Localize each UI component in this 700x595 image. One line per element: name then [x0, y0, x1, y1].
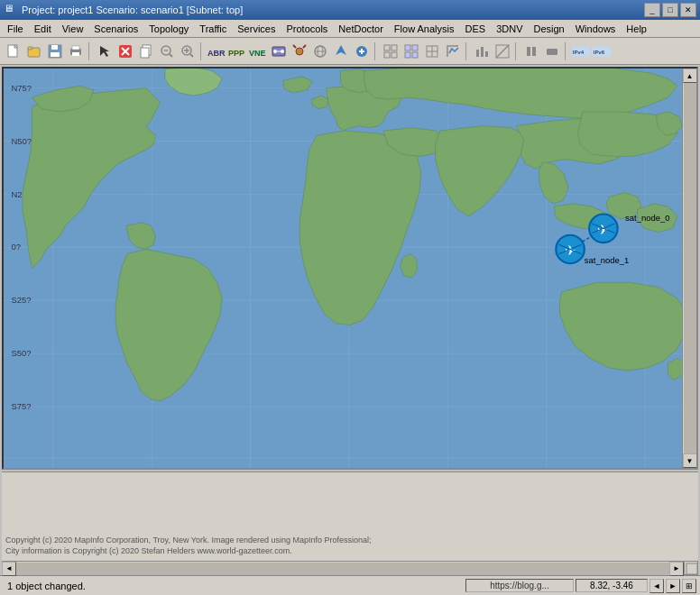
- tool-network[interactable]: [310, 41, 330, 61]
- copy-button[interactable]: [136, 41, 156, 61]
- svg-rect-41: [384, 45, 390, 50]
- status-btn3[interactable]: ⊞: [682, 579, 696, 593]
- svg-point-29: [281, 50, 284, 53]
- menu-des[interactable]: DES: [460, 22, 492, 36]
- svg-text:0?: 0?: [11, 243, 21, 252]
- tool-plus[interactable]: [352, 41, 372, 61]
- open-button[interactable]: [24, 41, 44, 61]
- sep6: [565, 42, 568, 60]
- svg-text:IPv6: IPv6: [594, 49, 605, 55]
- menu-flow-analysis[interactable]: Flow Analysis: [389, 22, 460, 36]
- svg-point-28: [273, 50, 277, 53]
- status-right: https://blog.g... 8.32, -3.46 ◄ ► ⊞: [465, 579, 696, 593]
- tool-bar1[interactable]: [472, 41, 492, 61]
- menu-netdoctor[interactable]: NetDoctor: [333, 22, 389, 36]
- svg-rect-4: [28, 47, 32, 50]
- svg-text:ABR: ABR: [207, 48, 226, 57]
- tool-satellite[interactable]: [290, 41, 309, 61]
- tool-plane[interactable]: [331, 41, 351, 61]
- delete-button[interactable]: [115, 41, 135, 61]
- tool-ipv6[interactable]: IPv6: [592, 41, 612, 61]
- status-coords: 8.32, -3.46: [576, 579, 648, 592]
- tool-abr[interactable]: ABR: [207, 41, 226, 61]
- svg-line-33: [303, 45, 306, 48]
- svg-rect-6: [51, 45, 58, 50]
- menu-design[interactable]: Design: [528, 22, 569, 36]
- menu-traffic[interactable]: Traffic: [194, 22, 232, 36]
- tool-bar2[interactable]: [493, 41, 512, 61]
- bottom-panel: Copyright (c) 2020 MapInfo Corporation, …: [2, 471, 698, 575]
- svg-rect-57: [527, 47, 530, 56]
- menu-file[interactable]: File: [2, 22, 29, 36]
- scroll-down-button[interactable]: ▼: [683, 453, 697, 468]
- close-button[interactable]: ✕: [680, 3, 696, 17]
- status-btn1[interactable]: ◄: [649, 579, 664, 593]
- save-button[interactable]: [45, 41, 65, 61]
- menu-services[interactable]: Services: [232, 22, 281, 36]
- status-bar: 1 object changed. https://blog.g... 8.32…: [0, 575, 700, 595]
- map-container[interactable]: W150? W100? W50? 0? E50? E100? E150? N75…: [2, 67, 698, 470]
- svg-text:sat_node_1: sat_node_1: [585, 255, 629, 265]
- menu-help[interactable]: Help: [621, 22, 652, 36]
- svg-marker-37: [336, 45, 346, 55]
- svg-text:✈: ✈: [565, 243, 576, 258]
- svg-text:N75?: N75?: [11, 83, 32, 93]
- menu-topology[interactable]: Topology: [143, 22, 194, 36]
- svg-text:VNE: VNE: [249, 48, 266, 57]
- title-bar: 🖥 Project: project1 Scenario: scenario1 …: [0, 0, 700, 20]
- tool-pause[interactable]: [521, 41, 541, 61]
- print-button[interactable]: [66, 41, 86, 61]
- svg-point-31: [296, 48, 303, 55]
- svg-rect-47: [405, 52, 410, 58]
- tool-grid4[interactable]: [443, 41, 463, 61]
- svg-line-32: [293, 45, 296, 48]
- scroll-left-button[interactable]: ◄: [2, 562, 16, 576]
- svg-rect-42: [391, 45, 397, 50]
- svg-rect-9: [72, 52, 79, 56]
- tool-stop[interactable]: [542, 41, 562, 61]
- svg-rect-45: [405, 45, 410, 50]
- scroll-track-v: [684, 83, 696, 453]
- svg-marker-11: [100, 46, 109, 57]
- svg-rect-52: [476, 50, 479, 57]
- main-area: W150? W100? W50? 0? E50? E100? E150? N75…: [0, 65, 700, 575]
- svg-text:sat_node_0: sat_node_0: [625, 213, 669, 223]
- sep3: [374, 42, 378, 60]
- map-scrollbar-v[interactable]: ▲ ▼: [682, 69, 696, 468]
- menu-view[interactable]: View: [57, 22, 89, 36]
- svg-rect-105: [686, 563, 697, 574]
- tool-ipv4[interactable]: IPv4: [571, 41, 591, 61]
- select-button[interactable]: [95, 41, 115, 61]
- zoom-in-button[interactable]: [178, 41, 198, 61]
- sep1: [88, 42, 92, 60]
- status-btn2[interactable]: ►: [666, 579, 680, 593]
- svg-rect-59: [547, 49, 557, 55]
- zoom-out-button[interactable]: [157, 41, 177, 61]
- menu-3dnv[interactable]: 3DNV: [491, 22, 528, 36]
- minimize-button[interactable]: _: [644, 3, 660, 17]
- tool-grid2[interactable]: [401, 41, 421, 61]
- menu-edit[interactable]: Edit: [29, 22, 57, 36]
- menu-protocols[interactable]: Protocols: [281, 22, 333, 36]
- menu-scenarios[interactable]: Scenarios: [88, 22, 143, 36]
- svg-line-19: [170, 54, 172, 57]
- tool-grid1[interactable]: [381, 41, 401, 61]
- svg-rect-43: [384, 52, 390, 58]
- svg-rect-16: [141, 48, 149, 58]
- svg-rect-7: [51, 52, 60, 57]
- scroll-up-button[interactable]: ▲: [683, 69, 697, 83]
- maximize-button[interactable]: □: [662, 3, 678, 17]
- scrollbar-h[interactable]: ◄ ►: [2, 561, 684, 575]
- new-button[interactable]: [4, 41, 23, 61]
- svg-text:S25?: S25?: [11, 295, 31, 305]
- svg-line-23: [190, 54, 193, 57]
- scrollbar-corner: [684, 561, 698, 575]
- tool-vne[interactable]: VNE: [248, 41, 268, 61]
- tool-ppp[interactable]: PPP: [227, 41, 247, 61]
- tool-grid3[interactable]: [422, 41, 442, 61]
- scroll-right-button[interactable]: ►: [669, 562, 684, 576]
- menu-bar: File Edit View Scenarios Topology Traffi…: [0, 20, 700, 38]
- tool-router[interactable]: [269, 41, 289, 61]
- svg-text:S50?: S50?: [11, 348, 31, 358]
- menu-windows[interactable]: Windows: [570, 22, 622, 36]
